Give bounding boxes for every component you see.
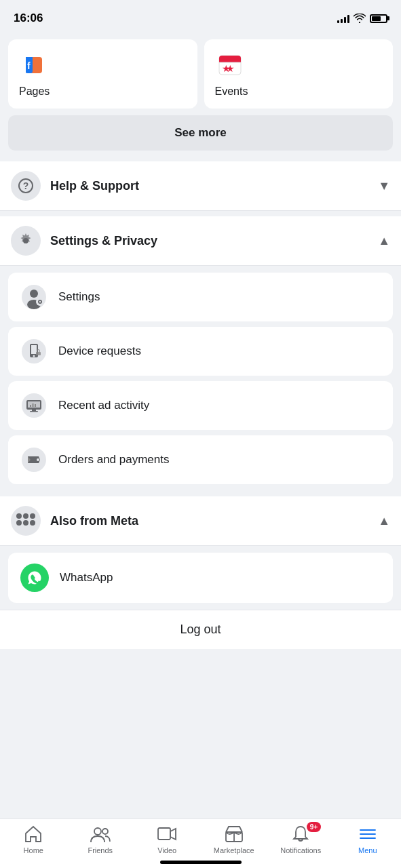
svg-point-39 — [16, 520, 22, 526]
settings-item-label: Settings — [58, 290, 100, 304]
orders-payments-label: Orders and payments — [58, 453, 169, 467]
nav-home[interactable]: Home — [13, 825, 54, 854]
friends-icon — [90, 825, 111, 844]
svg-text:f: f — [27, 60, 31, 71]
settings-item[interactable]: Settings — [8, 273, 393, 321]
settings-privacy-label: Settings & Privacy — [50, 234, 157, 248]
help-support-left: ? Help & Support — [11, 171, 139, 201]
recent-ad-activity-label: Recent ad activity — [58, 399, 149, 412]
svg-point-35 — [37, 458, 39, 461]
help-support-row[interactable]: ? Help & Support ▼ — [0, 161, 401, 211]
svg-point-37 — [23, 513, 28, 519]
orders-payments-icon — [20, 446, 47, 473]
battery-icon — [370, 14, 387, 23]
events-icon: ★ ★ — [215, 50, 245, 80]
whatsapp-item[interactable]: WhatsApp — [8, 553, 393, 603]
also-from-meta-left: Also from Meta — [11, 506, 138, 536]
also-from-meta-icon — [11, 506, 41, 536]
recent-ad-activity-item[interactable]: Recent ad activity — [8, 381, 393, 430]
events-label: Events — [215, 85, 383, 98]
divider-3 — [0, 491, 401, 496]
notifications-badge: 9+ — [307, 822, 321, 832]
svg-point-18 — [39, 301, 41, 302]
nav-video[interactable]: Video — [147, 825, 187, 854]
also-from-meta-subitems: WhatsApp — [0, 546, 401, 610]
whatsapp-label: WhatsApp — [60, 571, 113, 585]
svg-rect-21 — [31, 345, 37, 354]
status-icons — [337, 14, 387, 23]
svg-marker-45 — [170, 829, 176, 840]
divider-1 — [0, 156, 401, 161]
home-label: Home — [24, 846, 43, 854]
svg-rect-23 — [36, 352, 41, 355]
divider-2 — [0, 211, 401, 216]
svg-text:★: ★ — [225, 63, 234, 74]
home-indicator — [160, 861, 242, 864]
events-card[interactable]: ★ ★ Events — [204, 39, 394, 108]
help-support-label: Help & Support — [50, 179, 139, 193]
svg-rect-28 — [30, 411, 38, 412]
svg-text:?: ? — [23, 180, 29, 191]
status-time: 16:06 — [14, 12, 43, 25]
svg-rect-29 — [30, 405, 31, 407]
nav-notifications[interactable]: 9+ Notifications — [280, 825, 321, 854]
also-from-meta-label: Also from Meta — [50, 514, 138, 528]
also-from-meta-chevron: ▲ — [378, 514, 390, 528]
settings-privacy-subitems: Settings Device requests — [0, 266, 401, 491]
device-requests-item[interactable]: Device requests — [8, 327, 393, 376]
help-support-chevron: ▼ — [378, 179, 390, 193]
whatsapp-icon — [20, 564, 49, 592]
bottom-spacer — [0, 649, 401, 717]
menu-label: Menu — [358, 846, 377, 854]
nav-marketplace[interactable]: Marketplace — [214, 825, 254, 854]
logout-container[interactable]: Log out — [0, 610, 401, 649]
logout-text: Log out — [180, 623, 221, 636]
nav-menu[interactable]: Menu — [347, 825, 388, 854]
settings-privacy-row[interactable]: Settings & Privacy ▲ — [0, 216, 401, 266]
svg-rect-44 — [158, 828, 170, 840]
video-icon — [157, 825, 177, 844]
svg-point-38 — [30, 513, 35, 519]
settings-item-icon — [20, 283, 47, 311]
settings-privacy-icon — [11, 226, 41, 256]
device-requests-label: Device requests — [58, 344, 141, 358]
svg-rect-30 — [33, 403, 34, 407]
see-more-button[interactable]: See more — [8, 115, 393, 151]
pages-label: Pages — [19, 85, 187, 98]
help-support-icon: ? — [11, 171, 41, 201]
cards-section: f Pages ★ ★ — [0, 34, 401, 156]
svg-point-40 — [23, 520, 28, 526]
marketplace-label: Marketplace — [214, 846, 254, 854]
home-icon — [23, 825, 43, 844]
video-label: Video — [157, 846, 176, 854]
svg-point-22 — [33, 355, 35, 357]
main-content: f Pages ★ ★ — [0, 34, 401, 717]
wifi-icon — [354, 14, 366, 23]
settings-privacy-left: Settings & Privacy — [11, 226, 157, 256]
svg-point-36 — [16, 513, 22, 519]
pages-icon: f — [19, 50, 49, 80]
svg-rect-6 — [219, 60, 241, 62]
also-from-meta-row[interactable]: Also from Meta ▲ — [0, 496, 401, 546]
orders-payments-item[interactable]: Orders and payments — [8, 435, 393, 484]
device-requests-icon — [20, 338, 47, 365]
friends-label: Friends — [88, 846, 113, 854]
nav-friends[interactable]: Friends — [80, 825, 121, 854]
notifications-label: Notifications — [280, 846, 321, 854]
svg-point-41 — [30, 520, 35, 526]
svg-point-43 — [102, 829, 108, 834]
pages-card[interactable]: f Pages — [8, 39, 197, 108]
svg-point-42 — [94, 828, 101, 835]
marketplace-icon — [224, 825, 244, 844]
recent-ad-activity-icon — [20, 392, 47, 419]
status-bar: 16:06 — [0, 0, 401, 34]
svg-point-14 — [30, 290, 38, 298]
signal-icon — [337, 14, 349, 23]
settings-privacy-chevron: ▲ — [378, 234, 390, 248]
menu-icon — [358, 825, 378, 844]
svg-rect-26 — [28, 401, 40, 408]
svg-rect-31 — [35, 404, 36, 407]
cards-grid: f Pages ★ ★ — [8, 39, 393, 108]
